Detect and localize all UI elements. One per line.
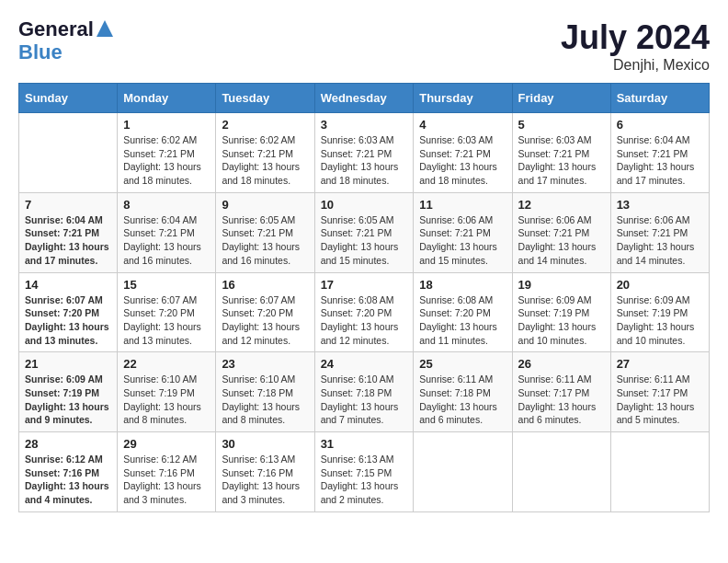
calendar-cell: 8Sunrise: 6:04 AMSunset: 7:21 PMDaylight… [118, 192, 216, 272]
day-info: Sunrise: 6:06 AMSunset: 7:21 PMDaylight:… [419, 213, 506, 268]
calendar-week-row: 1Sunrise: 6:02 AMSunset: 7:21 PMDaylight… [19, 113, 710, 193]
day-number: 8 [123, 198, 210, 212]
calendar-week-row: 28Sunrise: 6:12 AMSunset: 7:16 PMDayligh… [19, 432, 710, 512]
location-title: Denjhi, Mexico [561, 57, 710, 74]
day-number: 4 [419, 118, 506, 132]
calendar-cell: 19Sunrise: 6:09 AMSunset: 7:19 PMDayligh… [512, 272, 610, 352]
calendar-cell: 18Sunrise: 6:08 AMSunset: 7:20 PMDayligh… [414, 272, 512, 352]
day-info: Sunrise: 6:07 AMSunset: 7:20 PMDaylight:… [222, 293, 308, 348]
calendar-cell: 30Sunrise: 6:13 AMSunset: 7:16 PMDayligh… [216, 432, 314, 512]
logo-icon [97, 20, 113, 37]
day-number: 17 [321, 278, 408, 292]
calendar-cell: 25Sunrise: 6:11 AMSunset: 7:18 PMDayligh… [414, 352, 512, 432]
calendar-cell: 1Sunrise: 6:02 AMSunset: 7:21 PMDaylight… [118, 113, 216, 193]
day-info: Sunrise: 6:09 AMSunset: 7:19 PMDaylight:… [617, 293, 703, 348]
calendar-cell: 15Sunrise: 6:07 AMSunset: 7:20 PMDayligh… [118, 272, 216, 352]
day-number: 25 [419, 357, 506, 371]
day-number: 21 [25, 357, 111, 371]
calendar-cell: 13Sunrise: 6:06 AMSunset: 7:21 PMDayligh… [610, 192, 709, 272]
title-section: July 2024 Denjhi, Mexico [561, 18, 710, 74]
day-info: Sunrise: 6:04 AMSunset: 7:21 PMDaylight:… [617, 133, 703, 188]
day-number: 1 [123, 118, 210, 132]
calendar-cell: 16Sunrise: 6:07 AMSunset: 7:20 PMDayligh… [216, 272, 314, 352]
day-number: 19 [518, 278, 605, 292]
logo-text-general: General [18, 18, 94, 40]
calendar-week-row: 7Sunrise: 6:04 AMSunset: 7:21 PMDaylight… [19, 192, 710, 272]
day-info: Sunrise: 6:11 AMSunset: 7:17 PMDaylight:… [617, 373, 703, 427]
calendar-cell: 20Sunrise: 6:09 AMSunset: 7:19 PMDayligh… [610, 272, 709, 352]
calendar-cell: 9Sunrise: 6:05 AMSunset: 7:21 PMDaylight… [216, 192, 314, 272]
day-info: Sunrise: 6:07 AMSunset: 7:20 PMDaylight:… [123, 293, 210, 348]
calendar-header-row: SundayMondayTuesdayWednesdayThursdayFrid… [19, 84, 710, 113]
day-info: Sunrise: 6:06 AMSunset: 7:21 PMDaylight:… [617, 213, 703, 268]
calendar-cell: 14Sunrise: 6:07 AMSunset: 7:20 PMDayligh… [19, 272, 118, 352]
calendar-cell: 17Sunrise: 6:08 AMSunset: 7:20 PMDayligh… [314, 272, 414, 352]
calendar-cell: 29Sunrise: 6:12 AMSunset: 7:16 PMDayligh… [118, 432, 216, 512]
day-number: 18 [419, 278, 506, 292]
calendar-cell: 2Sunrise: 6:02 AMSunset: 7:21 PMDaylight… [216, 113, 314, 193]
day-number: 12 [518, 198, 605, 212]
header-day-tuesday: Tuesday [216, 84, 314, 113]
day-info: Sunrise: 6:10 AMSunset: 7:18 PMDaylight:… [321, 373, 408, 427]
day-number: 7 [25, 198, 111, 212]
day-info: Sunrise: 6:03 AMSunset: 7:21 PMDaylight:… [419, 133, 506, 188]
calendar-cell: 10Sunrise: 6:05 AMSunset: 7:21 PMDayligh… [314, 192, 414, 272]
day-info: Sunrise: 6:08 AMSunset: 7:20 PMDaylight:… [419, 293, 506, 348]
day-number: 24 [321, 357, 408, 371]
logo: General Blue [18, 18, 113, 64]
day-info: Sunrise: 6:03 AMSunset: 7:21 PMDaylight:… [518, 133, 605, 188]
day-number: 20 [617, 278, 703, 292]
calendar-week-row: 14Sunrise: 6:07 AMSunset: 7:20 PMDayligh… [19, 272, 710, 352]
header-day-saturday: Saturday [610, 84, 709, 113]
day-number: 15 [123, 278, 210, 292]
day-info: Sunrise: 6:04 AMSunset: 7:21 PMDaylight:… [123, 213, 210, 268]
day-info: Sunrise: 6:12 AMSunset: 7:16 PMDaylight:… [123, 453, 210, 507]
day-info: Sunrise: 6:10 AMSunset: 7:18 PMDaylight:… [222, 373, 308, 427]
day-info: Sunrise: 6:08 AMSunset: 7:20 PMDaylight:… [321, 293, 408, 348]
day-info: Sunrise: 6:12 AMSunset: 7:16 PMDaylight:… [25, 453, 111, 507]
page-header: General Blue July 2024 Denjhi, Mexico [18, 18, 710, 74]
day-info: Sunrise: 6:02 AMSunset: 7:21 PMDaylight:… [222, 133, 308, 188]
calendar-cell: 4Sunrise: 6:03 AMSunset: 7:21 PMDaylight… [414, 113, 512, 193]
day-info: Sunrise: 6:05 AMSunset: 7:21 PMDaylight:… [222, 213, 308, 268]
logo-text-blue: Blue [18, 40, 113, 64]
calendar-cell: 28Sunrise: 6:12 AMSunset: 7:16 PMDayligh… [19, 432, 118, 512]
day-number: 28 [25, 437, 111, 451]
day-number: 3 [321, 118, 408, 132]
day-number: 14 [25, 278, 111, 292]
day-number: 2 [222, 118, 308, 132]
day-number: 10 [321, 198, 408, 212]
header-day-monday: Monday [118, 84, 216, 113]
calendar-cell: 6Sunrise: 6:04 AMSunset: 7:21 PMDaylight… [610, 113, 709, 193]
day-info: Sunrise: 6:11 AMSunset: 7:18 PMDaylight:… [419, 373, 506, 427]
day-info: Sunrise: 6:03 AMSunset: 7:21 PMDaylight:… [321, 133, 408, 188]
day-number: 16 [222, 278, 308, 292]
day-info: Sunrise: 6:04 AMSunset: 7:21 PMDaylight:… [25, 213, 111, 268]
day-info: Sunrise: 6:02 AMSunset: 7:21 PMDaylight:… [123, 133, 210, 188]
calendar-cell: 31Sunrise: 6:13 AMSunset: 7:15 PMDayligh… [314, 432, 414, 512]
header-day-friday: Friday [512, 84, 610, 113]
day-number: 5 [518, 118, 605, 132]
day-number: 29 [123, 437, 210, 451]
day-number: 11 [419, 198, 506, 212]
day-info: Sunrise: 6:13 AMSunset: 7:16 PMDaylight:… [222, 453, 308, 507]
day-number: 9 [222, 198, 308, 212]
day-info: Sunrise: 6:10 AMSunset: 7:19 PMDaylight:… [123, 373, 210, 427]
day-number: 27 [617, 357, 703, 371]
header-day-thursday: Thursday [414, 84, 512, 113]
day-number: 26 [518, 357, 605, 371]
day-info: Sunrise: 6:06 AMSunset: 7:21 PMDaylight:… [518, 213, 605, 268]
calendar-cell: 26Sunrise: 6:11 AMSunset: 7:17 PMDayligh… [512, 352, 610, 432]
day-number: 6 [617, 118, 703, 132]
svg-marker-0 [97, 20, 113, 37]
calendar-cell [414, 432, 512, 512]
day-info: Sunrise: 6:09 AMSunset: 7:19 PMDaylight:… [518, 293, 605, 348]
day-number: 31 [321, 437, 408, 451]
day-number: 23 [222, 357, 308, 371]
month-title: July 2024 [561, 18, 710, 57]
calendar-cell: 7Sunrise: 6:04 AMSunset: 7:21 PMDaylight… [19, 192, 118, 272]
calendar-cell: 24Sunrise: 6:10 AMSunset: 7:18 PMDayligh… [314, 352, 414, 432]
calendar-cell: 21Sunrise: 6:09 AMSunset: 7:19 PMDayligh… [19, 352, 118, 432]
day-info: Sunrise: 6:09 AMSunset: 7:19 PMDaylight:… [25, 373, 111, 427]
calendar-cell [610, 432, 709, 512]
